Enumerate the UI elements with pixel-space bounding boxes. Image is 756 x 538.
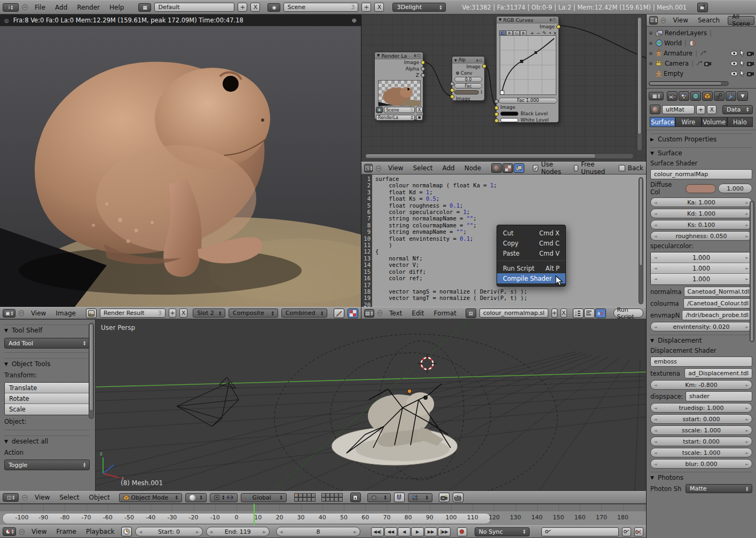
data-icon[interactable] — [737, 91, 748, 101]
render-opengl-icon[interactable] — [439, 493, 450, 502]
menu-file[interactable]: File — [31, 4, 49, 11]
scene-field[interactable]: Scene3 — [284, 3, 358, 12]
node-tree-composite-icon[interactable] — [514, 163, 524, 173]
menu-view[interactable]: View — [384, 164, 407, 172]
menu-add[interactable]: Add — [438, 164, 458, 172]
scene-icon[interactable] — [679, 91, 689, 101]
outliner-item-camera[interactable]: ⊕Camera| — [647, 58, 756, 68]
ks-slider[interactable]: ◄Ks: 0.100► — [650, 220, 752, 230]
image-close-button[interactable]: X — [179, 308, 187, 318]
layer-cell[interactable] — [303, 497, 307, 502]
alpha-socket-out[interactable] — [482, 64, 486, 68]
node-tree-texture-icon[interactable] — [502, 163, 513, 173]
envmap-field-value[interactable]: /hdri/beach_probe.tdl — [682, 310, 752, 320]
layer-cell[interactable] — [294, 493, 298, 497]
camera-restrict-icon[interactable] — [747, 71, 754, 76]
image-datablock-field[interactable]: Render Result3 — [100, 308, 166, 318]
node-render-button[interactable]: ▣ — [416, 115, 423, 121]
expand-icon[interactable]: ⊕ — [649, 30, 654, 36]
sstart-slider[interactable]: ◄sstart: 0.000► — [650, 414, 752, 424]
diffuse-color-swatch[interactable] — [686, 184, 716, 193]
shading-dropdown[interactable]: ▲▼ — [185, 493, 207, 502]
km-slider[interactable]: ◄Km: -0.800► — [650, 380, 752, 390]
curves-socket-white[interactable] — [494, 118, 499, 123]
jump-start-button[interactable]: ◀◀| — [371, 527, 384, 536]
node-collapse-icon[interactable]: − — [376, 165, 381, 171]
layer-cell[interactable] — [330, 497, 334, 502]
text-filename-field[interactable]: colour_normalmap.sl — [479, 308, 548, 318]
object-icon[interactable] — [702, 91, 713, 101]
alpha-socket-color[interactable] — [450, 88, 454, 92]
roughness-slider[interactable]: ◄roughness: 0.050► — [650, 231, 752, 241]
context-paste[interactable]: PasteCmd V — [497, 248, 565, 258]
pin-icon[interactable]: ◎ — [4, 18, 9, 23]
cursor-icon[interactable] — [740, 70, 745, 77]
panel-displacement[interactable]: ▼Displacement — [650, 335, 752, 345]
screen-add-button[interactable]: + — [238, 3, 247, 12]
record-button[interactable] — [457, 527, 467, 536]
render-anim-opengl-icon[interactable] — [453, 493, 463, 502]
syntax-highlight-toggle-icon[interactable]: ab — [595, 308, 606, 318]
rgb-curves-node[interactable]: ▼RGB Curves◐◫ Image CRGB +−✎•x Fac 1.000… — [496, 16, 559, 123]
render-icon[interactable] — [667, 91, 678, 101]
outliner-item-renderlayers[interactable]: ⊕RenderLayers| — [647, 28, 756, 38]
menu-playback[interactable]: Playback — [82, 528, 119, 535]
expand-icon[interactable]: ⊕ — [649, 41, 654, 46]
socket-z-out[interactable] — [421, 73, 425, 77]
viewport-editor-selector[interactable]: ◫▲▼ — [3, 493, 19, 502]
node-hscrollbar[interactable] — [365, 153, 634, 159]
screen-layout-icon[interactable]: ▦ — [138, 3, 151, 12]
driver-icon[interactable] — [696, 61, 703, 66]
timeline-collapse-icon[interactable]: − — [19, 529, 25, 535]
outliner-selector[interactable]: ☰▲▼ — [649, 16, 658, 25]
specularcolor-sliders-value[interactable]: ◄1.000► — [651, 263, 752, 274]
alpha-fac-slider[interactable]: Fac — [452, 83, 484, 89]
layer-cell[interactable] — [326, 493, 330, 497]
curves-white-level[interactable]: White Level — [497, 117, 558, 123]
text-add-button[interactable]: + — [552, 308, 557, 318]
layer-cell[interactable] — [330, 493, 334, 497]
panel-tool-shelf[interactable]: ▼Tool Shelf — [4, 325, 90, 335]
menu-view[interactable]: View — [31, 494, 53, 501]
tab-halo[interactable]: Halo — [727, 117, 753, 127]
layer-cell[interactable] — [334, 493, 338, 497]
curves-black-level[interactable]: Black Level — [497, 110, 558, 117]
snap-magnet-icon[interactable] — [394, 493, 405, 502]
ka-slider[interactable]: ◄Ka: 1.000► — [650, 197, 752, 207]
alpha-socket-fac[interactable] — [450, 82, 454, 86]
dispspace-field-value[interactable]: shader — [686, 391, 752, 401]
eye-icon[interactable] — [730, 71, 738, 76]
snap-element-dropdown[interactable]: ▲▼ — [408, 493, 432, 502]
panel-object-tools[interactable]: ▼Object Tools — [4, 358, 90, 369]
panel-deselect-all[interactable]: ▼deselect all — [4, 436, 90, 446]
menu-select[interactable]: Select — [409, 164, 436, 172]
keying-set-field[interactable] — [541, 527, 619, 536]
alpha-color-field[interactable]: I — [452, 89, 484, 96]
tab-wire[interactable]: Wire — [675, 117, 701, 127]
collapse-menu-icon[interactable]: − — [22, 4, 28, 10]
material-preview-icon[interactable] — [650, 105, 660, 114]
text-editor-selector[interactable]: ▤▲▼ — [364, 309, 374, 318]
image-alpha-toggle-icon[interactable] — [348, 308, 358, 318]
line-numbers-toggle-icon[interactable]: 12 — [573, 308, 584, 318]
outliner-item-empty[interactable]: Empty — [647, 68, 756, 78]
menu-object[interactable]: Object — [85, 494, 114, 501]
blur-slider[interactable]: ◄blur: 0.000► — [650, 459, 752, 469]
menu-search[interactable]: Search — [694, 17, 723, 24]
layer-grid-1[interactable] — [294, 493, 316, 502]
material-data-dropdown[interactable]: Data▲▼ — [722, 105, 753, 114]
menu-view[interactable]: View — [27, 310, 50, 317]
camera-data-icon[interactable] — [704, 61, 711, 66]
outliner-hscrollbar[interactable] — [649, 81, 729, 86]
world-props-icon[interactable] — [690, 91, 701, 101]
timeline-ruler[interactable]: -100-90-80-70-60-50-40-30-20-10010203040… — [0, 511, 646, 525]
sscale-slider[interactable]: ◄sscale: 1.000► — [650, 425, 752, 435]
toolshelf-vscrollbar[interactable] — [89, 323, 94, 419]
image-add-button[interactable]: + — [169, 308, 177, 318]
outliner-scope-dropdown[interactable]: All Scene — [728, 16, 754, 25]
expand-icon[interactable]: ⊕ — [649, 61, 654, 66]
camera-restrict-icon[interactable] — [747, 51, 754, 56]
expand-icon[interactable]: ⊕ — [649, 51, 654, 56]
alpha-socket-image-in[interactable] — [450, 94, 454, 99]
texture-icon[interactable] — [689, 40, 696, 46]
